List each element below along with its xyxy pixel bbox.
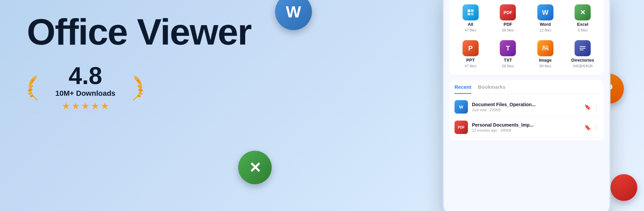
pdf-type-name: PDF bbox=[503, 22, 512, 27]
image-type-name: Image bbox=[539, 58, 552, 63]
svg-rect-15 bbox=[471, 9, 474, 12]
excel-type-name: Excel bbox=[577, 22, 588, 27]
file-1-actions: 🔖 ⋮ bbox=[584, 104, 599, 110]
phone-mockup: All 47 files PDF PDF 66 files W Word 12 … bbox=[443, 0, 610, 211]
file-item-2[interactable]: PDF Personal Documents_Imp... 12 minutes… bbox=[454, 117, 599, 138]
ppt-type-name: PPT bbox=[466, 58, 475, 63]
tabs-header: Recent Bookmarks bbox=[454, 80, 599, 94]
txt-type-count: 56 files bbox=[502, 64, 514, 68]
file-1-meta: Just now · 225KB bbox=[472, 108, 580, 112]
file-2-info: Personal Documents_Imp... 12 minutes ago… bbox=[472, 122, 580, 132]
file-type-directories[interactable]: Directories 34GB/64GB bbox=[566, 38, 600, 71]
star-1: ★ bbox=[62, 100, 70, 112]
app-title: Office Viewer bbox=[27, 13, 278, 50]
phone-inner: All 47 files PDF PDF 66 files W Word 12 … bbox=[444, 0, 609, 211]
word-ball-label: W bbox=[286, 3, 301, 21]
all-type-count: 47 files bbox=[465, 28, 476, 32]
rating-content: 4.8 10M+ Downloads ★ ★ ★ ★ ★ bbox=[55, 64, 115, 112]
star-2: ★ bbox=[71, 100, 80, 112]
more-options-2-icon[interactable]: ⋮ bbox=[594, 124, 599, 131]
dir-type-name: Directories bbox=[571, 58, 594, 63]
file-type-all[interactable]: All 47 files bbox=[453, 2, 488, 35]
ppt-icon: P bbox=[463, 40, 479, 56]
stars-row: ★ ★ ★ ★ ★ bbox=[55, 100, 115, 112]
tab-bookmarks[interactable]: Bookmarks bbox=[478, 84, 505, 94]
star-5: ★ bbox=[101, 100, 109, 112]
svg-rect-21 bbox=[580, 48, 586, 49]
svg-rect-22 bbox=[580, 50, 584, 50]
downloads-text: 10M+ Downloads bbox=[55, 89, 115, 98]
tabs-section: Recent Bookmarks W Document Files_Operat… bbox=[449, 80, 604, 140]
dir-icon bbox=[575, 40, 591, 56]
floating-word-ball: W bbox=[275, 0, 312, 30]
image-type-count: 89 files bbox=[539, 64, 551, 68]
file-2-icon: PDF bbox=[454, 121, 468, 134]
left-section: Office Viewer 4.8 10M+ Downloads ★ ★ ★ ★… bbox=[27, 13, 278, 112]
svg-point-0 bbox=[28, 84, 34, 89]
word-type-count: 12 files bbox=[539, 28, 551, 32]
pdf-type-count: 66 files bbox=[502, 28, 514, 32]
bookmark-empty-icon[interactable]: 🔖 bbox=[584, 124, 591, 131]
file-type-txt[interactable]: T TXT 56 files bbox=[491, 38, 526, 71]
rating-section: 4.8 10M+ Downloads ★ ★ ★ ★ ★ bbox=[27, 64, 278, 112]
file-2-actions: 🔖 ⋮ bbox=[584, 124, 599, 131]
svg-rect-16 bbox=[468, 13, 470, 15]
file-1-info: Document Files_Operation... Just now · 2… bbox=[472, 102, 580, 112]
file-1-icon: W bbox=[454, 100, 468, 114]
tab-recent[interactable]: Recent bbox=[454, 84, 471, 94]
more-options-icon[interactable]: ⋮ bbox=[594, 104, 599, 110]
laurel-right-icon bbox=[122, 73, 144, 102]
file-item-1[interactable]: W Document Files_Operation... Just now ·… bbox=[454, 97, 599, 117]
star-4: ★ bbox=[91, 100, 99, 112]
file-1-name: Document Files_Operation... bbox=[472, 102, 580, 107]
green-ball-label: ✕ bbox=[249, 159, 261, 176]
bookmark-filled-icon[interactable]: 🔖 bbox=[584, 104, 591, 110]
file-type-word[interactable]: W Word 12 files bbox=[528, 2, 563, 35]
svg-rect-20 bbox=[580, 46, 586, 47]
excel-type-count: 6 files bbox=[578, 28, 588, 32]
svg-rect-14 bbox=[468, 9, 470, 12]
txt-icon: T bbox=[500, 40, 516, 56]
file-type-image[interactable]: Image 89 files bbox=[528, 38, 563, 71]
excel-icon: ✕ bbox=[575, 4, 591, 20]
star-3: ★ bbox=[81, 100, 90, 112]
file-type-pdf[interactable]: PDF PDF 66 files bbox=[491, 2, 526, 35]
pdf-icon: PDF bbox=[500, 4, 516, 20]
floating-green-ball: ✕ bbox=[238, 151, 272, 184]
svg-point-19 bbox=[543, 46, 544, 47]
all-icon bbox=[463, 4, 479, 20]
word-type-name: Word bbox=[540, 22, 551, 27]
txt-type-name: TXT bbox=[504, 58, 512, 63]
dir-type-count: 34GB/64GB bbox=[573, 64, 593, 68]
rating-number: 4.8 bbox=[55, 64, 115, 88]
svg-point-7 bbox=[137, 84, 143, 89]
file-type-ppt[interactable]: P PPT 47 files bbox=[453, 38, 488, 71]
svg-rect-17 bbox=[471, 13, 474, 15]
file-2-meta: 12 minutes ago · 335KB bbox=[472, 128, 580, 132]
ppt-type-count: 47 files bbox=[465, 64, 476, 68]
file-2-name: Personal Documents_Imp... bbox=[472, 122, 580, 128]
all-type-name: All bbox=[468, 22, 473, 27]
floating-red-ball bbox=[610, 174, 637, 201]
word-icon: W bbox=[537, 4, 553, 20]
file-list: W Document Files_Operation... Just now ·… bbox=[454, 94, 599, 140]
file-type-excel[interactable]: ✕ Excel 6 files bbox=[566, 2, 600, 35]
image-icon bbox=[537, 40, 553, 56]
laurel-left-icon bbox=[27, 73, 49, 102]
file-type-grid: All 47 files PDF PDF 66 files W Word 12 … bbox=[449, 0, 604, 75]
